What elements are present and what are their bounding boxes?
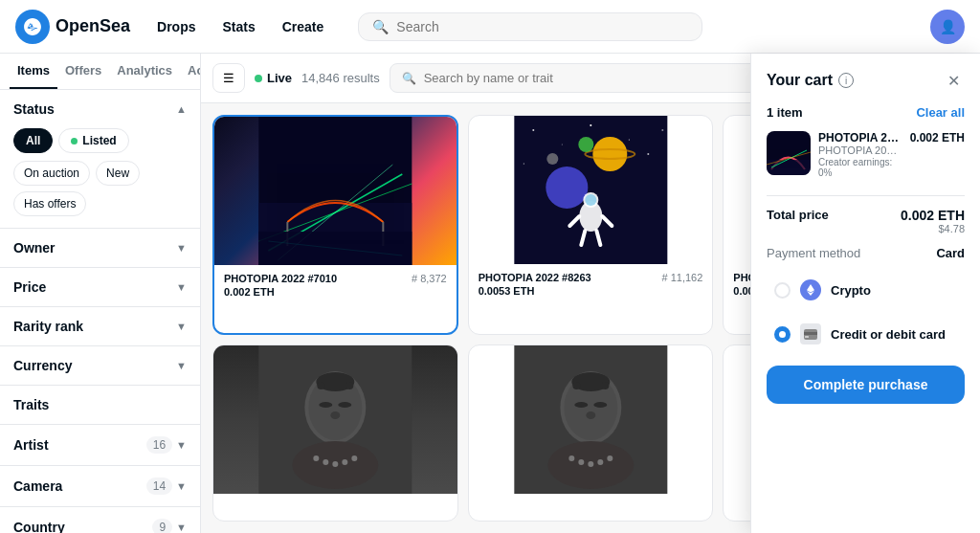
- nav-stats[interactable]: Stats: [211, 11, 266, 42]
- filter-artist-header[interactable]: Artist 16 ▼: [0, 425, 200, 466]
- filter-toggle-btn[interactable]: ☰: [212, 63, 245, 93]
- svg-point-13: [628, 140, 629, 141]
- cart-close-btn[interactable]: ✕: [942, 69, 965, 92]
- navbar-avatar[interactable]: 👤: [930, 10, 965, 44]
- card-icon: [800, 323, 821, 344]
- tab-offers[interactable]: Offers: [57, 54, 109, 89]
- nft-card-4[interactable]: [212, 344, 458, 522]
- navbar-links: Drops Stats Create: [145, 11, 335, 42]
- portrait-image-svg: [213, 345, 457, 494]
- complete-purchase-btn[interactable]: Complete purchase: [767, 366, 965, 404]
- nft-card-5[interactable]: [468, 344, 714, 522]
- nft-price-2: 0.0053 ETH: [479, 285, 703, 297]
- filter-currency-header[interactable]: Currency ▼: [0, 346, 200, 386]
- radio-crypto[interactable]: [774, 282, 791, 299]
- svg-point-62: [323, 459, 328, 465]
- filter-rarity-header[interactable]: Rarity rank ▼: [0, 307, 200, 346]
- cart-clear-btn[interactable]: Clear all: [916, 105, 965, 120]
- card-option-label: Credit or debit card: [831, 327, 946, 342]
- sidebar-tabs: Items Offers Analytics Activity: [0, 54, 200, 90]
- svg-point-22: [546, 153, 558, 165]
- svg-point-55: [317, 382, 324, 389]
- svg-rect-105: [804, 332, 817, 335]
- nft-img-1: [214, 117, 457, 265]
- filter-price-header[interactable]: Price ▼: [0, 268, 200, 307]
- status-listed-btn[interactable]: Listed: [58, 128, 128, 153]
- cart-item-sub: PHOTOPIA 2022 -...: [818, 144, 902, 156]
- cart-item-price: 0.002 ETH: [910, 131, 965, 144]
- tab-items[interactable]: Items: [10, 54, 57, 89]
- svg-point-79: [597, 459, 603, 465]
- nft-img-2: [469, 116, 713, 264]
- main-layout: Items Offers Analytics Activity Status ▲…: [0, 54, 980, 533]
- chevron-down-owner-icon: ▼: [176, 242, 187, 254]
- opensea-logo-icon: [22, 16, 43, 37]
- svg-point-77: [578, 459, 584, 465]
- svg-point-65: [351, 455, 357, 461]
- chevron-down-currency-icon: ▼: [176, 360, 187, 371]
- navbar-logo[interactable]: OpenSea: [15, 10, 130, 44]
- svg-point-11: [561, 144, 562, 145]
- space-image-svg: [469, 116, 713, 264]
- filter-camera-header[interactable]: Camera 14 ▼: [0, 466, 200, 507]
- filter-status-label: Status: [13, 101, 55, 117]
- has-offers-btn[interactable]: Has offers: [13, 191, 86, 216]
- filter-owner-header[interactable]: Owner ▼: [0, 229, 200, 268]
- payment-method-row: Payment method Card: [767, 246, 965, 260]
- tab-analytics[interactable]: Analytics: [109, 54, 180, 89]
- filter-owner-label: Owner: [13, 240, 56, 255]
- svg-point-16: [661, 129, 663, 131]
- listed-dot: [71, 138, 78, 144]
- new-btn[interactable]: New: [96, 161, 140, 186]
- tab-activity[interactable]: Activity: [180, 54, 201, 89]
- svg-point-61: [313, 455, 319, 461]
- svg-point-72: [574, 402, 588, 408]
- filter-traits-header[interactable]: Traits: [0, 386, 200, 425]
- search-input[interactable]: [396, 19, 688, 34]
- nft-info-2: PHOTOPIA 2022 #8263 # 11,162 0.0053 ETH: [469, 264, 713, 304]
- svg-point-74: [586, 411, 595, 419]
- svg-point-14: [647, 153, 649, 155]
- country-count-badge: 9: [152, 519, 172, 533]
- svg-point-63: [332, 461, 338, 467]
- nav-create[interactable]: Create: [271, 11, 336, 42]
- nav-drops[interactable]: Drops: [145, 11, 207, 42]
- svg-point-19: [546, 167, 588, 209]
- radio-card[interactable]: [774, 326, 791, 343]
- payment-option-card[interactable]: Credit or debit card: [767, 316, 965, 352]
- ethereum-symbol: [805, 284, 816, 296]
- chevron-down-rarity-icon: ▼: [176, 321, 187, 332]
- brand-name: OpenSea: [56, 16, 130, 36]
- svg-point-76: [568, 455, 574, 461]
- search-content-icon: 🔍: [402, 72, 416, 85]
- nft-card-2[interactable]: PHOTOPIA 2022 #8263 # 11,162 0.0053 ETH: [468, 115, 714, 335]
- filter-country-label: Country: [13, 520, 65, 533]
- filter-camera-label: Camera: [13, 478, 62, 494]
- svg-point-57: [319, 402, 332, 408]
- svg-point-17: [592, 137, 627, 171]
- total-usd: $4.78: [901, 223, 965, 234]
- svg-point-59: [330, 411, 340, 419]
- cart-item-name: PHOTOPIA 2022 #7...: [818, 131, 902, 144]
- svg-rect-106: [805, 336, 809, 338]
- nft-info-1: PHOTOPIA 2022 #7010 # 8,372 0.002 ETH: [214, 265, 457, 305]
- nft-card-1[interactable]: PHOTOPIA 2022 #7010 # 8,372 0.002 ETH: [212, 115, 458, 335]
- navbar-search-container[interactable]: 🔍: [358, 12, 702, 41]
- filter-status-header[interactable]: Status ▲: [0, 90, 200, 128]
- nft-img-4: [213, 345, 457, 494]
- bridge-image-svg: [214, 117, 457, 265]
- nft-name-2: PHOTOPIA 2022 #8263: [479, 272, 591, 283]
- credit-card-symbol: [804, 329, 817, 340]
- status-all-btn[interactable]: All: [13, 128, 53, 153]
- on-auction-btn[interactable]: On auction: [13, 161, 90, 186]
- svg-point-58: [338, 402, 351, 408]
- crypto-option-label: Crypto: [831, 283, 871, 298]
- cart-panel: Your cart i ✕ 1 item Clear all PHOTOPIA …: [750, 54, 980, 533]
- payment-option-crypto[interactable]: Crypto: [767, 272, 965, 308]
- total-values: 0.002 ETH $4.78: [901, 208, 965, 234]
- camera-count-badge: 14: [146, 477, 172, 495]
- filter-country-header[interactable]: Country 9 ▼: [0, 507, 200, 533]
- results-count: 14,846 results: [301, 71, 380, 85]
- cart-item-earnings: Creator earnings: 0%: [818, 157, 902, 178]
- portrait2-image-svg: [469, 345, 713, 494]
